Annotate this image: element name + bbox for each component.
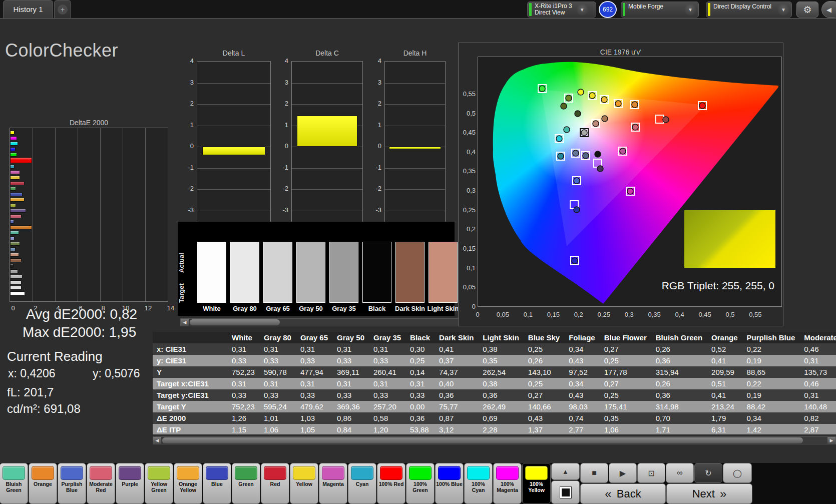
plus-icon: + — [58, 5, 68, 15]
gear-icon[interactable]: ⚙ — [796, 2, 818, 18]
y-tick: -3 — [276, 206, 288, 214]
row-label: y: CIE31 — [153, 355, 228, 366]
table-cell: 477,94 — [296, 366, 333, 378]
de-bar-cyan — [10, 165, 15, 169]
de-bar-white — [10, 291, 25, 295]
patch-button-red[interactable]: Red — [261, 463, 289, 504]
table-cell: 177,78 — [600, 366, 652, 378]
pattern-source-dropdown[interactable]: Mobile Forge ▼ — [621, 2, 699, 18]
scroll-thumb[interactable] — [162, 437, 803, 443]
stop-button[interactable]: ■ — [580, 463, 608, 483]
control-status-indicator — [708, 3, 710, 16]
meter-dropdown[interactable]: X-Rite i1Pro 3 Direct View ▼ — [527, 2, 596, 18]
patch-color-swatch — [496, 466, 519, 480]
cie-x-tick: 0,25 — [594, 311, 614, 318]
max-de2000-stat: Max dE2000: 1,95 — [23, 324, 136, 340]
patch-swatch-white — [197, 242, 226, 303]
x-tick: 0 — [7, 304, 20, 312]
patch-button-100-cyan[interactable]: 100% Cyan — [464, 463, 493, 504]
patch-button-yellow[interactable]: Yellow — [290, 463, 318, 504]
patch-button-blue[interactable]: Blue — [203, 463, 231, 504]
back-label: Back — [617, 487, 641, 500]
tab-history-1[interactable]: History 1 — [3, 0, 53, 18]
scroll-right-icon[interactable]: ▶ — [827, 437, 835, 444]
patch-button-orange-yellow[interactable]: Orange Yellow — [174, 463, 202, 504]
gridline — [197, 126, 270, 126]
delta-l-chart — [197, 61, 271, 231]
patch-swatch-gray-35 — [329, 242, 358, 303]
scroll-left-icon[interactable]: ◀ — [153, 437, 161, 444]
swatch-strip-scrollbar[interactable]: ◀ ▶ — [180, 318, 486, 326]
y-tick: 3 — [276, 79, 288, 86]
table-cell: 88,65 — [743, 366, 800, 378]
patch-button-magenta[interactable]: Magenta — [319, 463, 347, 504]
add-tab-button[interactable]: + — [54, 0, 71, 18]
y-tick: -2 — [182, 185, 194, 192]
scroll-track[interactable] — [161, 437, 827, 443]
infinity-icon: ∞ — [677, 468, 682, 477]
extra-transport-button[interactable]: ◯ — [723, 463, 752, 483]
table-cell: 140,66 — [524, 401, 565, 412]
patch-button-100-yellow[interactable]: 100% Yellow — [522, 463, 551, 504]
de-bar-blue-flower — [10, 236, 15, 240]
patch-button-orange[interactable]: Orange — [29, 463, 57, 504]
table-cell: 0,26 — [652, 378, 707, 389]
patch-button-moderate-red[interactable]: Moderate Red — [87, 463, 115, 504]
collapse-panel-button[interactable]: ◀ — [821, 1, 836, 18]
patch-button-cyan[interactable]: Cyan — [348, 463, 376, 504]
patch-button-yellow-green[interactable]: Yellow Green — [145, 463, 173, 504]
pattern-window-button[interactable] — [551, 480, 580, 504]
patch-button-bluish-green[interactable]: Bluish Green — [0, 463, 28, 504]
table-cell: 209,59 — [707, 366, 743, 378]
meter-label: X-Rite i1Pro 3 Direct View — [535, 3, 572, 16]
patch-swatch-black — [362, 242, 391, 303]
patch-button-purplish-blue[interactable]: Purplish Blue — [58, 463, 86, 504]
patch-button-100-green[interactable]: 100% Green — [406, 463, 435, 504]
patch-button-100-magenta[interactable]: 100% Magenta — [493, 463, 522, 504]
scroll-thumb[interactable] — [190, 319, 280, 325]
patch-button-green[interactable]: Green — [232, 463, 260, 504]
back-button[interactable]: « Back — [580, 483, 666, 504]
display-control-dropdown[interactable]: Direct Display Control ▼ — [706, 2, 792, 18]
de-bar-red — [10, 181, 25, 185]
table-cell: 0,58 — [369, 412, 406, 424]
table-cell: 2,77 — [565, 424, 600, 434]
loop-button[interactable]: ∞ — [666, 463, 694, 483]
reading-count-badge[interactable]: 692 — [599, 1, 617, 18]
expand-up-button[interactable]: ▲ — [551, 463, 580, 480]
table-cell: 0,31 — [333, 343, 369, 355]
patch-button-100-red[interactable]: 100% Red — [377, 463, 405, 504]
row-label: Y — [153, 366, 228, 378]
y-tick: 4 — [276, 57, 288, 65]
de-bar-magenta — [10, 170, 20, 174]
pattern-window-controls: ▲ — [551, 463, 580, 504]
table-cell: 0,25 — [406, 355, 435, 366]
de2000-chart-title: DeltaE 2000 — [10, 119, 168, 127]
table-row: Target Y752,23595,24479,62369,36257,200,… — [153, 401, 836, 412]
table-scrollbar[interactable]: ◀ ▶ — [153, 436, 836, 444]
patch-color-swatch — [206, 466, 228, 480]
table-cell: 0,74 — [565, 412, 600, 424]
scroll-track[interactable] — [189, 319, 477, 325]
scroll-left-icon[interactable]: ◀ — [181, 319, 189, 326]
table-cell: 97,52 — [565, 366, 600, 378]
patch-color-swatch — [322, 466, 344, 480]
play-button[interactable]: ▶ — [609, 463, 637, 483]
patch-button-purple[interactable]: Purple — [116, 463, 144, 504]
cie-1976-panel: CIE 1976 u'v' RGB Triplet: 255, 255, 0 0… — [458, 43, 783, 326]
table-cell: 0,41 — [707, 389, 743, 401]
patch-swatch-light-skin — [429, 242, 458, 303]
de-bar-blue — [10, 192, 23, 196]
refresh-button[interactable]: ↻ — [694, 463, 722, 483]
patch-swatch-gray-80 — [230, 242, 259, 303]
badge-value: 692 — [603, 6, 613, 13]
cie-y-tick: 0,25 — [459, 206, 476, 214]
patch-button-100-blue[interactable]: 100% Blue — [435, 463, 464, 504]
next-button[interactable]: Next » — [666, 483, 752, 504]
table-col-dark-skin: Dark Skin — [435, 332, 479, 343]
de-bar-100-green — [10, 153, 17, 157]
patch-color-swatch — [90, 466, 112, 480]
de-bar-moderate-red — [10, 214, 22, 218]
page-title: ColorChecker — [5, 40, 118, 61]
patch-mode-button[interactable]: ⊡ — [637, 463, 665, 483]
